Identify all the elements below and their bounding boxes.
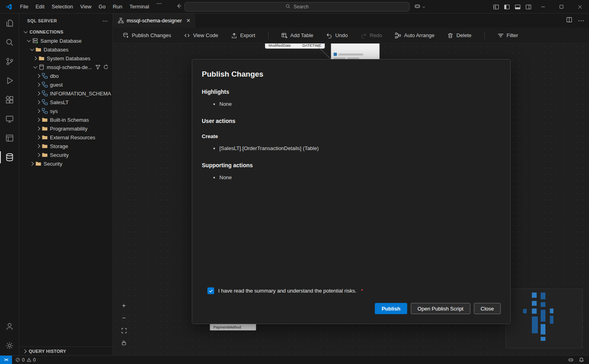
tree-item-programmability[interactable]: Programmability [19,124,113,133]
menu-selection[interactable]: Selection [48,0,76,14]
window-close-button[interactable] [571,0,589,14]
minimap-node [541,324,545,334]
menu-go[interactable]: Go [95,0,109,14]
chevron-down-icon [22,29,29,35]
view-code-button[interactable]: View Code [184,32,218,39]
schema-designer-icon [118,18,124,24]
menu-more-icon[interactable]: ⋯ [153,0,165,14]
tab-strip: mssql-schema-designer ✕ ⋯ [113,14,589,28]
delete-button[interactable]: Delete [447,32,472,39]
tree-item-built-in-schemas[interactable]: Built-in Schemas [19,115,113,124]
zoom-in-button[interactable]: + [120,302,127,309]
tree-item-saleslt[interactable]: SalesLT [19,98,113,107]
table-mini-icon [334,53,337,56]
window-maximize-button[interactable] [552,0,571,14]
toggle-secondary-sidebar-icon[interactable] [523,0,534,14]
tree-item-storage[interactable]: Storage [19,142,113,150]
sidebar-more-actions-icon[interactable]: ⋯ [102,18,108,24]
tree-item-dbo[interactable]: dbo [19,71,113,80]
toggle-panel-icon[interactable] [512,0,523,14]
settings-gear-icon[interactable] [0,336,19,355]
tree-item-external-resources[interactable]: External Resources [19,133,113,142]
add-table-button[interactable]: Add Table [281,32,314,39]
split-editor-icon[interactable] [566,17,572,24]
chevron-right-icon [35,125,42,132]
editor-more-actions-icon[interactable]: ⋯ [578,17,584,24]
activity-bar-bottom [0,317,19,355]
menu-bar: File Edit Selection View Go Run Terminal… [16,0,165,14]
menu-edit[interactable]: Edit [32,0,48,14]
menu-file[interactable]: File [16,0,32,14]
explorer-icon[interactable] [0,14,19,33]
problems-indicator[interactable]: 0 0 [15,357,36,363]
error-icon [15,357,20,362]
schema-icon [42,90,48,97]
tab-mssql-schema-designer[interactable]: mssql-schema-designer ✕ [113,14,195,28]
source-control-icon[interactable] [0,52,19,71]
tree-item-sample-database[interactable]: Sample Database [19,36,113,45]
minimap[interactable] [505,289,583,348]
open-publish-script-button[interactable]: Open Publish Script [411,303,470,314]
toggle-primary-sidebar-icon[interactable] [501,0,512,14]
copilot-status-icon[interactable] [568,357,574,363]
risk-checkbox[interactable] [207,287,214,294]
status-bar: >< 0 0 [0,355,589,364]
redo-icon [360,32,367,39]
tree-item-databases[interactable]: Databases [19,45,113,54]
run-debug-icon[interactable] [0,71,19,90]
menu-view[interactable]: View [77,0,95,14]
customize-layout-icon[interactable] [491,0,501,14]
extensions-icon[interactable] [0,90,19,109]
refresh-icon[interactable] [103,64,109,70]
account-icon[interactable] [0,317,19,336]
chevron-right-icon [22,348,28,354]
add-table-icon [281,32,288,39]
error-count: 0 [22,357,25,363]
tree-item-connections[interactable]: CONNECTIONS [19,28,113,36]
publish-button[interactable]: Publish [375,303,407,314]
lock-button[interactable] [120,339,127,346]
tree-item-security[interactable]: Security [19,150,113,159]
copilot-menu-button[interactable] [414,2,426,12]
sidebar-title: SQL SERVER [27,18,57,23]
auto-arrange-button[interactable]: Auto Arrange [395,32,434,39]
zoom-out-button[interactable]: − [120,315,127,322]
undo-button[interactable]: Undo [326,32,348,39]
chevron-right-icon [35,99,42,105]
command-center-search[interactable]: Search [185,2,410,12]
tree-item-schema-designer-database[interactable]: mssql-schema-de... [19,63,113,71]
chevron-down-icon [422,3,426,10]
nav-back-icon[interactable] [176,3,182,11]
tree-item-guest[interactable]: guest [19,80,113,89]
menu-terminal[interactable]: Terminal [126,0,153,14]
publish-changes-button[interactable]: Publish Changes [123,32,171,39]
export-button[interactable]: Export [231,32,255,39]
query-history-section[interactable]: QUERY HISTORY [19,346,113,355]
remote-explorer-icon[interactable] [0,109,19,129]
redo-button[interactable]: Redo [360,32,382,39]
filter-button[interactable]: Filter [497,32,518,39]
chevron-right-icon [35,134,42,140]
menu-run[interactable]: Run [109,0,126,14]
remote-indicator[interactable]: >< [0,356,12,364]
bell-icon[interactable] [579,357,584,363]
table-node-fragment[interactable]: PaymentMethod [210,324,256,330]
tree-item-security-outer[interactable]: Security [19,159,113,168]
sidebar-header: SQL SERVER ⋯ [19,14,113,28]
close-button[interactable]: Close [474,303,501,314]
list-item: [SalesLT].[OrderTransactionDetails] (Tab… [219,145,501,152]
tree-item-information-schema[interactable]: INFORMATION_SCHEMA [19,89,113,98]
list-item: None [219,101,501,108]
search-view-icon[interactable] [0,33,19,52]
zoom-fit-button[interactable] [120,327,127,334]
tab-close-icon[interactable]: ✕ [186,18,191,24]
chevron-down-icon [32,64,38,70]
window-minimize-button[interactable] [534,0,552,14]
sql-server-view-icon[interactable] [0,148,19,167]
tree-item-sys[interactable]: sys [19,107,113,115]
minimap-node [532,301,537,306]
tree-item-system-databases[interactable]: System Databases [19,54,113,63]
folder-icon [42,152,48,158]
object-explorer-icon[interactable] [0,129,19,148]
filter-icon[interactable] [95,64,101,70]
